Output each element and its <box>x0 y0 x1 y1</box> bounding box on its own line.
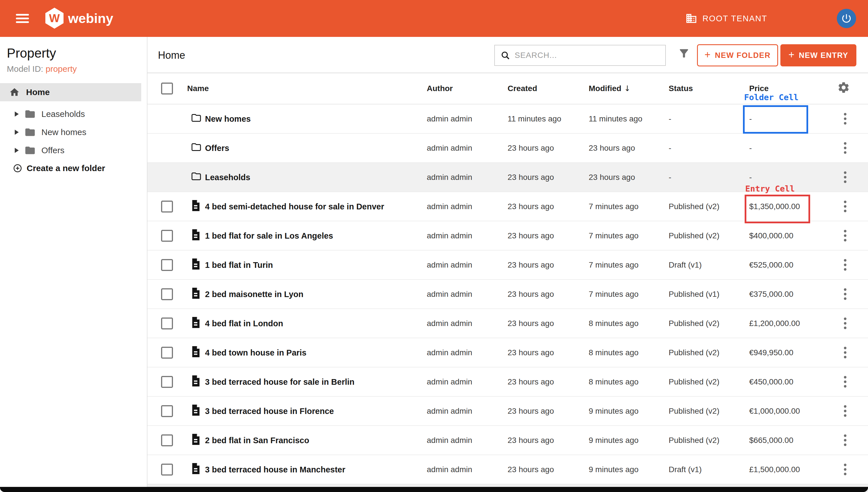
create-folder-button[interactable]: Create a new folder <box>0 160 141 176</box>
file-icon <box>190 346 201 358</box>
annotation-entry-cell-label: Entry Cell <box>745 184 795 194</box>
caret-right-icon[interactable] <box>15 130 19 135</box>
row-actions-kebab-menu[interactable] <box>839 112 851 126</box>
sidebar-folder-new-homes[interactable]: New homes <box>0 123 141 141</box>
column-header-created[interactable]: Created <box>507 84 537 93</box>
row-name[interactable]: 1 bed flat in Turin <box>205 260 273 270</box>
folder-icon <box>24 108 36 120</box>
tenant-switcher[interactable]: ROOT TENANT <box>685 0 767 37</box>
row-name[interactable]: 4 bed town house in Paris <box>205 348 307 357</box>
row-status: Published (v2) <box>669 319 719 328</box>
row-name[interactable]: 3 bed terraced house for sale in Berlin <box>205 377 354 387</box>
row-actions-kebab-menu[interactable] <box>839 200 851 213</box>
column-header-price[interactable]: Price <box>749 84 769 93</box>
entry-list: New homesadmin admin11 minutes ago11 min… <box>148 104 868 484</box>
table-row-entry[interactable]: 3 bed terraced house in Florenceadmin ad… <box>148 397 868 426</box>
row-checkbox[interactable] <box>161 318 173 329</box>
row-name[interactable]: 2 bed maisonette in Lyon <box>205 289 304 299</box>
row-name[interactable]: 3 bed terraced house in Manchester <box>205 465 345 474</box>
row-author: admin admin <box>427 261 472 270</box>
file-icon <box>190 258 201 270</box>
column-settings-gear-icon[interactable] <box>837 81 850 96</box>
row-name[interactable]: 2 bed flat in San Francisco <box>205 436 309 445</box>
column-header-modified[interactable]: Modified↓ <box>589 84 631 93</box>
row-author: admin admin <box>427 202 472 211</box>
table-row-entry[interactable]: 1 bed flat in Turinadmin admin23 hours a… <box>148 250 868 280</box>
row-price: - <box>749 144 752 153</box>
row-modified: 9 minutes ago <box>589 436 639 445</box>
table-row-entry[interactable]: 1 bed flat for sale in Los Angelesadmin … <box>148 221 868 250</box>
column-header-status[interactable]: Status <box>669 84 693 93</box>
organization-icon <box>685 13 697 24</box>
table-row-entry[interactable]: 2 bed flat in San Franciscoadmin admin23… <box>148 426 868 455</box>
row-author: admin admin <box>427 144 472 153</box>
row-name[interactable]: Offers <box>205 143 229 153</box>
row-checkbox[interactable] <box>161 464 173 475</box>
row-actions-kebab-menu[interactable] <box>839 229 851 243</box>
row-actions-kebab-menu[interactable] <box>839 141 851 155</box>
sidebar-item-home[interactable]: Home <box>0 83 141 101</box>
file-icon <box>190 199 201 212</box>
table-row-entry[interactable]: 3 bed terraced house for sale in Berlina… <box>148 367 868 397</box>
folder-icon <box>24 145 36 156</box>
new-entry-button[interactable]: + NEW ENTRY <box>780 44 857 66</box>
row-actions-kebab-menu[interactable] <box>839 288 851 301</box>
row-checkbox[interactable] <box>161 347 173 359</box>
table-row-entry[interactable]: 4 bed town house in Parisadmin admin23 h… <box>148 338 868 367</box>
row-name[interactable]: Leaseholds <box>205 173 251 182</box>
new-folder-button[interactable]: + NEW FOLDER <box>697 44 778 66</box>
caret-right-icon[interactable] <box>15 148 19 153</box>
row-actions-kebab-menu[interactable] <box>839 317 851 330</box>
content-area: Home + NEW FOLDER + NEW ENTRY Name Autho… <box>148 37 868 492</box>
table-row-entry[interactable]: 2 bed maisonette in Lyonadmin admin23 ho… <box>148 280 868 309</box>
row-author: admin admin <box>427 319 472 328</box>
file-icon <box>190 316 201 328</box>
row-name[interactable]: 4 bed flat in London <box>205 319 283 328</box>
row-checkbox[interactable] <box>161 201 173 213</box>
row-modified: 23 hours ago <box>589 144 635 153</box>
row-price: $665,000.00 <box>749 436 793 445</box>
row-checkbox[interactable] <box>161 259 173 271</box>
row-author: admin admin <box>427 407 472 416</box>
row-status: Draft (v1) <box>669 465 702 474</box>
caret-right-icon[interactable] <box>15 112 19 117</box>
table-row-entry[interactable]: 3 bed terraced house in Manchesteradmin … <box>148 455 868 484</box>
row-checkbox[interactable] <box>161 405 173 417</box>
row-modified: 7 minutes ago <box>589 290 639 299</box>
filter-icon[interactable] <box>678 47 690 61</box>
row-actions-kebab-menu[interactable] <box>839 375 851 389</box>
column-header-author[interactable]: Author <box>427 84 453 93</box>
table-row-folder[interactable]: Offersadmin admin23 hours ago23 hours ag… <box>148 133 868 163</box>
user-avatar[interactable] <box>837 9 856 28</box>
row-modified: 23 hours ago <box>589 173 635 182</box>
row-actions-kebab-menu[interactable] <box>839 171 851 184</box>
row-actions-kebab-menu[interactable] <box>839 434 851 447</box>
row-status: Published (v2) <box>669 407 719 416</box>
row-created: 11 minutes ago <box>507 114 561 123</box>
row-name[interactable]: New homes <box>205 114 251 123</box>
row-checkbox[interactable] <box>161 376 173 388</box>
sidebar-folder-leaseholds[interactable]: Leaseholds <box>0 105 141 123</box>
power-icon <box>841 13 852 24</box>
folder-icon <box>190 113 202 123</box>
row-checkbox[interactable] <box>161 435 173 446</box>
row-checkbox[interactable] <box>161 230 173 242</box>
hamburger-menu-icon[interactable] <box>16 12 29 25</box>
row-actions-kebab-menu[interactable] <box>839 258 851 272</box>
row-created: 23 hours ago <box>507 465 554 474</box>
row-actions-kebab-menu[interactable] <box>839 404 851 418</box>
sidebar-folder-offers[interactable]: Offers <box>0 141 141 159</box>
row-name[interactable]: 3 bed terraced house in Florence <box>205 406 334 416</box>
row-actions-kebab-menu[interactable] <box>839 346 851 360</box>
row-modified: 9 minutes ago <box>589 465 639 474</box>
row-actions-kebab-menu[interactable] <box>839 463 851 476</box>
row-checkbox[interactable] <box>161 288 173 300</box>
row-name[interactable]: 4 bed semi-detached house for sale in De… <box>205 202 384 211</box>
search-input[interactable] <box>514 50 651 60</box>
search-icon <box>500 50 510 60</box>
column-header-name[interactable]: Name <box>187 84 209 93</box>
row-name[interactable]: 1 bed flat for sale in Los Angeles <box>205 231 333 240</box>
row-modified: 7 minutes ago <box>589 231 639 240</box>
table-row-entry[interactable]: 4 bed flat in Londonadmin admin23 hours … <box>148 309 868 338</box>
select-all-checkbox[interactable] <box>161 82 173 95</box>
